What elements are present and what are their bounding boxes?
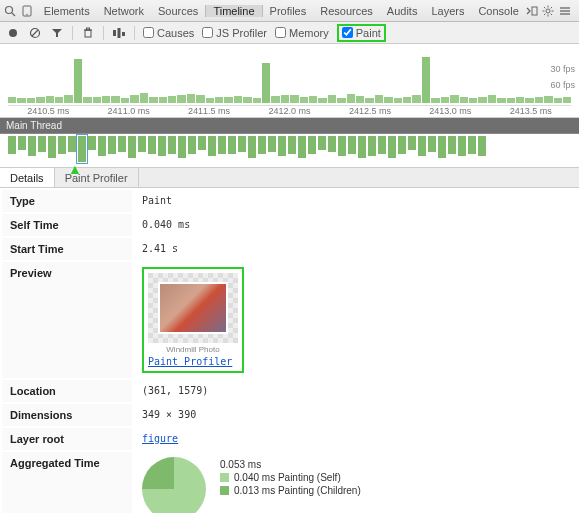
gear-icon[interactable] bbox=[542, 3, 554, 19]
svg-rect-24 bbox=[113, 30, 116, 36]
svg-line-11 bbox=[551, 13, 552, 14]
gc-icon[interactable] bbox=[81, 26, 95, 40]
jsprofiler-checkbox[interactable]: JS Profiler bbox=[202, 27, 267, 39]
main-thread-block[interactable] bbox=[368, 136, 376, 156]
main-thread-block[interactable] bbox=[408, 136, 416, 150]
view-mode-icon[interactable] bbox=[112, 26, 126, 40]
overview-bar bbox=[563, 97, 571, 103]
overview-bar bbox=[187, 94, 195, 103]
tab-details[interactable]: Details bbox=[0, 168, 55, 187]
main-thread-block[interactable] bbox=[398, 136, 406, 154]
main-thread-block[interactable] bbox=[108, 136, 116, 154]
main-thread-block[interactable] bbox=[238, 136, 246, 152]
main-thread-block[interactable] bbox=[138, 136, 146, 152]
svg-line-12 bbox=[544, 13, 545, 14]
main-thread-block[interactable] bbox=[428, 136, 436, 152]
main-thread-block[interactable] bbox=[98, 136, 106, 156]
main-thread-track[interactable]: ▲ bbox=[0, 134, 579, 168]
main-thread-block[interactable] bbox=[278, 136, 286, 156]
main-thread-block[interactable] bbox=[268, 136, 276, 152]
overview-bar bbox=[111, 96, 119, 103]
device-icon[interactable] bbox=[20, 3, 32, 19]
console-toggle-icon[interactable] bbox=[526, 3, 538, 19]
overview-bar bbox=[196, 95, 204, 103]
main-thread-block[interactable] bbox=[118, 136, 126, 152]
main-thread-block[interactable] bbox=[198, 136, 206, 150]
memory-checkbox[interactable]: Memory bbox=[275, 27, 329, 39]
tab-network[interactable]: Network bbox=[97, 5, 151, 17]
overview-bar bbox=[206, 98, 214, 103]
main-thread-block[interactable] bbox=[458, 136, 466, 156]
main-thread-block[interactable] bbox=[288, 136, 296, 154]
main-thread-block[interactable] bbox=[438, 136, 446, 158]
main-thread-block[interactable] bbox=[328, 136, 336, 152]
main-thread-block[interactable] bbox=[418, 136, 426, 156]
svg-point-17 bbox=[9, 29, 17, 37]
record-icon[interactable] bbox=[6, 26, 20, 40]
overview-bar bbox=[422, 57, 430, 103]
main-thread-block[interactable] bbox=[58, 136, 66, 154]
main-thread-block[interactable] bbox=[298, 136, 306, 158]
main-thread-block[interactable] bbox=[248, 136, 256, 158]
main-thread-block[interactable] bbox=[88, 136, 96, 150]
svg-point-3 bbox=[26, 13, 27, 14]
swatch-self bbox=[220, 473, 229, 482]
tab-resources[interactable]: Resources bbox=[313, 5, 380, 17]
main-thread-block[interactable] bbox=[478, 136, 486, 156]
tab-elements[interactable]: Elements bbox=[37, 5, 97, 17]
main-thread-block[interactable] bbox=[358, 136, 366, 158]
main-thread-block[interactable] bbox=[308, 136, 316, 154]
main-thread-block[interactable] bbox=[128, 136, 136, 158]
main-thread-block[interactable] bbox=[218, 136, 226, 154]
overview-bar bbox=[365, 98, 373, 103]
drawer-icon[interactable] bbox=[559, 3, 571, 19]
tab-timeline[interactable]: Timeline bbox=[205, 5, 262, 17]
paint-profiler-link[interactable]: Paint Profiler bbox=[148, 356, 238, 367]
search-icon[interactable] bbox=[4, 3, 16, 19]
filter-icon[interactable] bbox=[50, 26, 64, 40]
overview-bar bbox=[64, 95, 72, 103]
dimensions-value: 349 × 390 bbox=[134, 404, 577, 426]
main-thread-block[interactable] bbox=[28, 136, 36, 156]
main-thread-block[interactable] bbox=[68, 136, 76, 152]
main-thread-block[interactable] bbox=[188, 136, 196, 154]
location-value: (361, 1579) bbox=[134, 380, 577, 402]
main-thread-block[interactable] bbox=[8, 136, 16, 154]
overview-bar bbox=[309, 96, 317, 103]
main-thread-block[interactable] bbox=[448, 136, 456, 154]
agg-children: 0.013 ms Painting (Children) bbox=[234, 485, 361, 496]
main-thread-block[interactable] bbox=[168, 136, 176, 154]
selftime-label: Self Time bbox=[2, 214, 132, 236]
main-thread-block[interactable] bbox=[158, 136, 166, 156]
tab-sources[interactable]: Sources bbox=[151, 5, 205, 17]
main-thread-block[interactable] bbox=[258, 136, 266, 154]
main-thread-block[interactable] bbox=[78, 136, 86, 162]
main-thread-block[interactable] bbox=[18, 136, 26, 150]
main-thread-block[interactable] bbox=[38, 136, 46, 152]
layerroot-link[interactable]: figure bbox=[142, 433, 569, 444]
tab-profiles[interactable]: Profiles bbox=[263, 5, 314, 17]
main-thread-block[interactable] bbox=[208, 136, 216, 156]
tab-audits[interactable]: Audits bbox=[380, 5, 425, 17]
main-thread-block[interactable] bbox=[48, 136, 56, 158]
overview-bar bbox=[243, 97, 251, 103]
overview-bar bbox=[46, 96, 54, 103]
paint-checkbox[interactable]: Paint bbox=[342, 27, 381, 39]
main-thread-block[interactable] bbox=[178, 136, 186, 158]
tab-console[interactable]: Console bbox=[471, 5, 525, 17]
overview-bar bbox=[55, 97, 63, 103]
main-thread-block[interactable] bbox=[468, 136, 476, 154]
main-thread-block[interactable] bbox=[338, 136, 346, 156]
agg-total: 0.053 ms bbox=[220, 459, 261, 470]
main-thread-block[interactable] bbox=[378, 136, 386, 154]
main-thread-block[interactable] bbox=[318, 136, 326, 150]
main-thread-block[interactable] bbox=[388, 136, 396, 158]
causes-checkbox[interactable]: Causes bbox=[143, 27, 194, 39]
clear-icon[interactable] bbox=[28, 26, 42, 40]
main-thread-block[interactable] bbox=[148, 136, 156, 154]
overview-chart[interactable]: 30 fps 60 fps 2410.5 ms2411.0 ms2411.5 m… bbox=[0, 44, 579, 118]
svg-rect-4 bbox=[532, 7, 537, 15]
tab-layers[interactable]: Layers bbox=[424, 5, 471, 17]
main-thread-block[interactable] bbox=[228, 136, 236, 154]
main-thread-block[interactable] bbox=[348, 136, 356, 154]
